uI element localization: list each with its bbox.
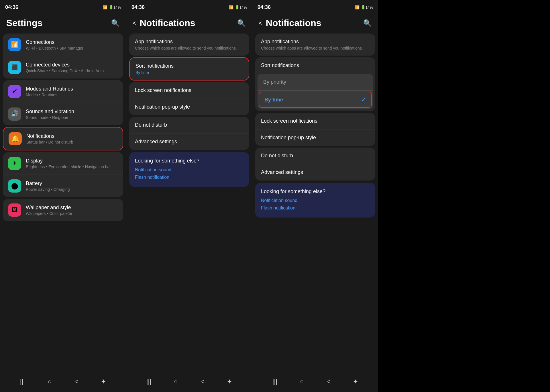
notif-item-dnd[interactable]: Do not disturb [129, 117, 249, 134]
link-flash-notif-3[interactable]: Flash notification [261, 205, 370, 211]
nav-home-3[interactable]: ○ [300, 378, 304, 385]
nav-recent-3[interactable]: ||| [272, 378, 277, 385]
settings-group-1: 📶 Connections Wi-Fi • Bluetooth • SIM ma… [3, 34, 123, 79]
settings-item-wallpaper[interactable]: 🖼 Wallpaper and style Wallpapers • Color… [3, 199, 123, 221]
settings-item-notifications[interactable]: 🔔 Notifications Status bar • Do not dist… [3, 128, 123, 150]
notif-item-dnd-3[interactable]: Do not disturb [255, 148, 375, 164]
notifications-panel: 04:36 📶 🔋14% < Notifications 🔍 App notif… [126, 0, 252, 392]
notifications-panel-title-3: Notifications [266, 18, 321, 28]
battery-title: Battery [26, 181, 118, 187]
notifications-panel-dropdown: 04:36 📶 🔋14% < Notifications 🔍 App notif… [252, 0, 378, 392]
settings-group-2: ✔ Modes and Routines Modes • Routines 🔊 … [3, 80, 123, 125]
link-notif-sound-2[interactable]: Notification sound [135, 167, 243, 173]
connected-devices-icon: ⬛ [8, 61, 21, 74]
status-bar-3: 04:36 📶 🔋14% [252, 0, 378, 14]
notif-item-advanced-3[interactable]: Advanced settings [255, 164, 375, 181]
settings-item-connections[interactable]: 📶 Connections Wi-Fi • Bluetooth • SIM ma… [3, 34, 123, 56]
looking-card-3: Looking for something else? Notification… [255, 183, 375, 217]
link-notif-sound-3[interactable]: Notification sound [261, 198, 370, 203]
dropdown-option-by-time[interactable]: By time ✓ [259, 92, 372, 108]
battery-text: Battery Power saving • Charging [26, 181, 118, 192]
settings-group-3: 🔔 Notifications Status bar • Do not dist… [3, 127, 123, 150]
notifications-icon: 🔔 [9, 132, 22, 145]
sounds-icon: 🔊 [8, 107, 21, 121]
notif-item-advanced[interactable]: Advanced settings [129, 134, 249, 150]
nav-home-2[interactable]: ○ [174, 378, 178, 385]
notif-item-popup[interactable]: Notification pop-up style [129, 99, 249, 115]
search-icon-3[interactable]: 🔍 [363, 19, 372, 27]
notifications-title: Notifications [26, 133, 117, 139]
header-left-2: < Notifications [133, 18, 195, 28]
notif-group-dnd-3: Do not disturb Advanced settings [255, 148, 375, 181]
notif-group-lock-3: Lock screen notifications Notification p… [255, 113, 375, 146]
notifications-panel-title: Notifications [140, 18, 195, 28]
wallpaper-title: Wallpaper and style [26, 205, 118, 211]
sort-notif-title-3: Sort notifications [261, 62, 370, 68]
notif-item-app-notifications-3[interactable]: App notifications Choose which apps are … [255, 34, 375, 56]
settings-item-display[interactable]: ☀ Display Brightness • Eye comfort shiel… [3, 152, 123, 175]
notif-group-sort-3: Sort notifications By priority By time ✓ [255, 57, 375, 111]
notif-item-popup-3[interactable]: Notification pop-up style [255, 130, 375, 146]
nav-bar-2: ||| ○ < ✦ [126, 371, 252, 392]
nav-recent-2[interactable]: ||| [146, 378, 151, 385]
nav-bixby-1[interactable]: ✦ [101, 378, 106, 385]
nav-bar-3: ||| ○ < ✦ [252, 371, 378, 392]
notifications-content: App notifications Choose which apps are … [126, 34, 252, 371]
status-time-1: 04:36 [5, 4, 18, 10]
nav-bixby-2[interactable]: ✦ [227, 378, 232, 385]
app-notif-desc-3: Choose which apps are allowed to send yo… [261, 46, 370, 50]
notif-group-dnd: Do not disturb Advanced settings [129, 117, 249, 150]
sort-notif-title: Sort notifications [135, 63, 243, 69]
back-icon-2[interactable]: < [133, 19, 136, 27]
app-notif-desc: Choose which apps are allowed to send yo… [135, 46, 243, 50]
modes-subtitle: Modes • Routines [26, 93, 118, 97]
nav-bixby-3[interactable]: ✦ [353, 378, 358, 385]
lock-screen-title-3: Lock screen notifications [261, 118, 370, 124]
app-notif-title-3: App notifications [261, 39, 370, 45]
notif-item-lock-screen-3[interactable]: Lock screen notifications [255, 113, 375, 130]
nav-back-3[interactable]: < [327, 378, 330, 385]
sounds-subtitle: Sound mode • Ringtone [26, 115, 118, 120]
settings-item-sounds[interactable]: 🔊 Sounds and vibration Sound mode • Ring… [3, 103, 123, 125]
settings-list: 📶 Connections Wi-Fi • Bluetooth • SIM ma… [0, 34, 126, 371]
nav-home-1[interactable]: ○ [48, 378, 52, 385]
search-icon-1[interactable]: 🔍 [111, 19, 120, 27]
dnd-title-3: Do not disturb [261, 153, 370, 159]
popup-title: Notification pop-up style [135, 104, 243, 110]
modes-icon: ✔ [8, 85, 21, 98]
dropdown-option-by-priority[interactable]: By priority [258, 74, 373, 91]
looking-card-2: Looking for something else? Notification… [129, 152, 249, 187]
back-icon-3[interactable]: < [259, 19, 262, 27]
nav-back-2[interactable]: < [201, 378, 204, 385]
nav-back-1[interactable]: < [74, 378, 78, 385]
notif-group-lock: Lock screen notifications Notification p… [129, 82, 249, 115]
settings-panel: 04:36 📶 🔋14% Settings 🔍 📶 Connections Wi… [0, 0, 126, 392]
by-time-label: By time [264, 97, 283, 103]
settings-item-connected-devices[interactable]: ⬛ Connected devices Quick Share • Samsun… [3, 56, 123, 79]
status-time-3: 04:36 [258, 4, 271, 10]
checkmark-icon: ✓ [361, 96, 366, 103]
connected-devices-title: Connected devices [26, 62, 118, 68]
filler [378, 0, 550, 392]
status-bar-2: 04:36 📶 🔋14% [126, 0, 252, 14]
settings-item-modes[interactable]: ✔ Modes and Routines Modes • Routines [3, 80, 123, 103]
link-flash-notif-2[interactable]: Flash notification [135, 175, 243, 180]
connected-devices-text: Connected devices Quick Share • Samsung … [26, 62, 118, 73]
nav-recent-1[interactable]: ||| [20, 378, 25, 385]
battery-icon: ⬤ [8, 179, 21, 193]
signal-icon-1: 📶 [103, 5, 107, 9]
connections-title: Connections [26, 39, 118, 45]
notif-item-lock-screen[interactable]: Lock screen notifications [129, 82, 249, 99]
sounds-title: Sounds and vibration [26, 109, 118, 115]
notif-item-sort[interactable]: Sort notifications By time [130, 58, 249, 80]
lock-screen-title: Lock screen notifications [135, 87, 243, 93]
status-icons-1: 📶 🔋14% [103, 5, 121, 9]
notif-item-app-notifications[interactable]: App notifications Choose which apps are … [129, 34, 249, 56]
settings-item-battery[interactable]: ⬤ Battery Power saving • Charging [3, 175, 123, 197]
notif-item-sort-3[interactable]: Sort notifications [255, 57, 375, 74]
settings-group-4: ☀ Display Brightness • Eye comfort shiel… [3, 152, 123, 197]
search-icon-2[interactable]: 🔍 [237, 19, 246, 27]
notifications-subtitle: Status bar • Do not disturb [26, 140, 117, 144]
status-bar-1: 04:36 📶 🔋14% [0, 0, 126, 14]
connections-text: Connections Wi-Fi • Bluetooth • SIM mana… [26, 39, 118, 50]
